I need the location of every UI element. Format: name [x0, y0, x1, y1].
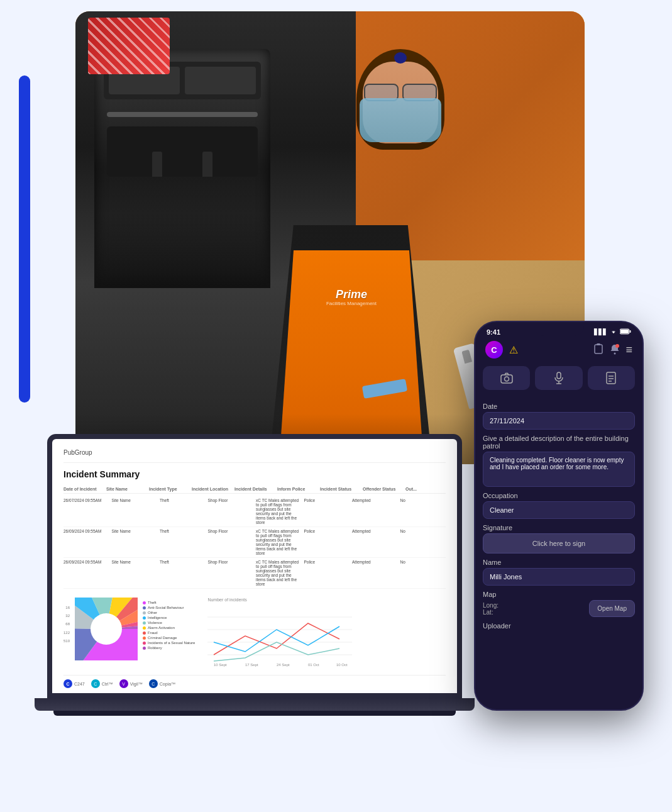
battery-icon — [620, 328, 631, 336]
occupation-input[interactable]: Cleaner — [483, 501, 635, 519]
accent-bar — [19, 75, 30, 403]
phone-navbar: C ⚠ ≡ — [475, 338, 642, 364]
svg-rect-22 — [620, 330, 629, 333]
bell-icon[interactable] — [609, 343, 620, 357]
col-other: Out... — [405, 487, 446, 491]
date-input[interactable]: 27/11/2024 — [483, 412, 635, 430]
app-logo-icon[interactable]: C — [485, 341, 503, 359]
map-coordinates: Long: Lat: — [483, 602, 585, 616]
report-title: Incident Summary — [63, 469, 446, 479]
signature-button[interactable]: Click here to sign — [483, 533, 635, 553]
col-location: Incident Location — [192, 487, 232, 491]
map-row: Long: Lat: Open Map — [483, 600, 635, 617]
signal-icon: ▋▋▋ — [594, 329, 607, 335]
svg-rect-24 — [597, 343, 600, 345]
svg-text:10 Sept: 10 Sept — [214, 663, 227, 667]
line-chart: 10 Sept 17 Sept 24 Sept 01 Oct 10 Oct — [207, 604, 352, 667]
pie-legend: Theft Anti-Social Behaviour Other Intell… — [143, 601, 195, 651]
table-header: Date of Incident Site Name Incident Type… — [63, 487, 446, 494]
col-status: Incident Status — [320, 487, 360, 491]
clipboard-icon[interactable] — [593, 343, 604, 357]
svg-rect-23 — [595, 345, 602, 353]
warning-icon: ⚠ — [509, 344, 518, 356]
pie-chart — [75, 598, 138, 660]
occupation-label: Occupation — [483, 492, 635, 499]
status-icons: ▋▋▋ — [594, 328, 631, 336]
col-offender: Offender Status — [363, 487, 403, 491]
description-input[interactable]: Cleaning completed. Floor cleaner is now… — [483, 452, 635, 487]
latitude-label: Lat: — [483, 609, 585, 616]
laptop-base-bottom — [53, 711, 456, 716]
name-label: Name — [483, 559, 635, 566]
svg-text:24 Sept: 24 Sept — [277, 663, 290, 667]
uploader-label: Uploader — [483, 622, 635, 630]
svg-rect-27 — [501, 375, 512, 383]
col-type: Incident Type — [149, 487, 189, 491]
laptop-base — [35, 698, 475, 711]
map-label: Map — [483, 591, 635, 598]
phone-form: Date 27/11/2024 Give a detailed descript… — [475, 395, 642, 694]
svg-point-28 — [504, 377, 509, 381]
col-police: Inform Police — [277, 487, 317, 491]
svg-text:10 Oct: 10 Oct — [336, 663, 348, 667]
phone-mockup: 9:41 ▋▋▋ C ⚠ — [474, 321, 644, 711]
name-input[interactable]: Milli Jones — [483, 568, 635, 586]
description-label: Give a detailed description of the entir… — [483, 435, 635, 450]
col-site: Site Name — [106, 487, 146, 491]
menu-icon[interactable]: ≡ — [625, 343, 632, 357]
time-display: 9:41 — [487, 328, 500, 336]
date-label: Date — [483, 403, 635, 410]
svg-point-10 — [91, 613, 122, 645]
svg-point-26 — [615, 344, 619, 348]
report-logo: PubGroup — [63, 449, 446, 456]
svg-text:01 Oct: 01 Oct — [308, 663, 319, 667]
bottom-logos: C C247 C Ctrl™ V Vigil™ C Copia™ — [63, 675, 446, 688]
svg-rect-29 — [557, 372, 561, 379]
svg-rect-32 — [607, 372, 615, 384]
svg-rect-21 — [630, 330, 631, 333]
table-row: 26/07/2024 09:55AM Site Name Theft Shop … — [63, 496, 446, 527]
wifi-icon — [610, 328, 617, 336]
col-date: Date of Incident — [63, 487, 104, 491]
camera-button[interactable] — [483, 366, 530, 390]
document-button[interactable] — [588, 366, 635, 390]
col-details: Incident Details — [234, 487, 275, 491]
open-map-button[interactable]: Open Map — [589, 600, 635, 617]
svg-point-25 — [614, 352, 616, 354]
action-buttons-row — [475, 364, 642, 395]
signature-label: Signature — [483, 524, 635, 531]
longitude-label: Long: — [483, 602, 585, 609]
laptop-mockup: PubGroup Incident Summary Date of Incide… — [35, 434, 475, 748]
microphone-button[interactable] — [535, 366, 582, 390]
table-row: 26/09/2024 09:55AM Site Name Theft Shop … — [63, 527, 446, 558]
phone-notch — [534, 322, 584, 336]
svg-text:17 Sept: 17 Sept — [245, 663, 258, 667]
table-row: 26/09/2024 09:55AM Site Name Theft Shop … — [63, 558, 446, 589]
